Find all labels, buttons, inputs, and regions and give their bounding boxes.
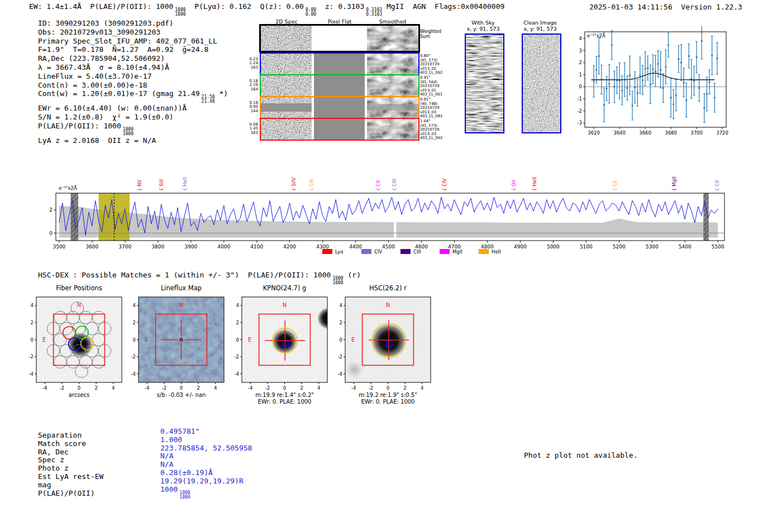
table-row-label: Photo z: [38, 464, 69, 472]
spec2d-noise-strip: [261, 75, 312, 96]
annotation-line: 402_LL_061: [420, 93, 447, 97]
data-point: [701, 40, 703, 42]
table-row-label: Est LyA rest-EW: [38, 472, 103, 481]
info-line: F=1.9" T=0.178 N̄=1.27 A=0.92 ḡ=24.8: [38, 45, 228, 54]
x-tick-label: -4: [351, 385, 356, 391]
info-line: ID: 3090291203 (3090291203.pdf): [38, 19, 228, 28]
stacked-fraction: 21.5021.48: [202, 95, 215, 104]
fraction-part: 1000: [123, 132, 133, 136]
data-point: [621, 89, 623, 91]
spec2d-row-annotations: 0.80"(91, 573)20210729v013_02402_LL_062: [420, 54, 447, 75]
data-point: [685, 99, 687, 101]
info-line: LineFlux = 5.40(±3.70)e-17: [38, 72, 228, 81]
value-text: N/A: [160, 452, 173, 460]
x-tick-label: 4400: [349, 244, 362, 250]
legend-item-label: CIII: [413, 249, 421, 255]
x-tick-label: 4200: [283, 244, 296, 250]
x-tick-label: 4300: [316, 244, 329, 250]
info-line: λ = 3667.43Å σ = 8.10(±4.94)Å: [38, 63, 228, 72]
x-tick-label: 4: [214, 385, 217, 391]
table-row: Photo zN/A: [38, 464, 103, 472]
cutout-panel-title: Fiber Positions: [56, 284, 102, 292]
data-point: [629, 74, 631, 76]
detection-info-block: ID: 3090291203 (3090291203.pdf)Obs: 2021…: [38, 19, 228, 145]
info-line: LyA z = 2.0168 OII z = N/A: [38, 136, 228, 145]
emission-line-label: { CII: [612, 180, 618, 191]
x-tick-label: 3660: [639, 130, 651, 136]
sky-image: [522, 33, 561, 133]
x-tick-label: 2: [197, 385, 199, 391]
data-point: [606, 88, 608, 89]
y-tick-label: 0: [236, 337, 239, 343]
info-line: Obs: 20210729v013_3090291203: [38, 28, 228, 37]
left-label-line: 164: [244, 88, 258, 92]
y-tick-label: 1: [579, 72, 582, 78]
table-row-label: RA, Dec: [38, 448, 69, 456]
y-tick-label: -2: [131, 354, 136, 360]
data-point: [660, 69, 661, 71]
x-tick-label: 3720: [716, 130, 728, 136]
lighten-rect: [523, 35, 560, 132]
data-point: [613, 86, 615, 88]
data-point: [709, 81, 711, 83]
data-point: [665, 66, 666, 68]
masked-band: [367, 104, 418, 111]
elixer-report-page: EW: 1.4±1.4Å P(LAE)/P(OII): 100010001000…: [0, 0, 782, 532]
north-label: N: [283, 302, 287, 308]
x-tick-label: -4: [42, 385, 47, 391]
y-tick-label: 4: [236, 303, 239, 308]
table-row-value: 100010001000: [160, 485, 190, 500]
data-point: [706, 93, 708, 95]
smoothed-strip: [367, 75, 418, 96]
spec2d-row: [260, 74, 419, 97]
table-row: Separation0.495781": [38, 431, 103, 439]
center-dot: [179, 338, 183, 342]
y-tick-label: -2: [235, 354, 239, 360]
table-row: Match score1.000: [38, 439, 103, 448]
y-tick-label: 3: [579, 48, 582, 54]
fraction-part: 1000: [175, 12, 185, 17]
text-segment: LyA z = 2.0168 OII z = N/A: [38, 136, 156, 145]
spec2d-row: [260, 118, 419, 141]
spec2d-row-image: [261, 54, 418, 74]
stacked-fraction: 10001000: [123, 127, 133, 136]
fraction-part: 0.3103: [366, 12, 382, 17]
spec2d-row: [260, 96, 419, 119]
x-tick-label: 3620: [588, 130, 600, 136]
data-point: [595, 69, 597, 71]
data-point: [657, 63, 659, 65]
value-text: 0.28(±0.19)Å: [160, 468, 213, 477]
data-point: [603, 104, 605, 106]
spec2d-row-left-labels: 0.180.00144: [244, 101, 258, 114]
y-tick-label: 0: [133, 337, 136, 343]
spec2d-row: [260, 52, 419, 75]
legend-swatch: [479, 249, 489, 254]
x-tick-label: 4: [421, 385, 423, 391]
text-segment: EWr = 6.10(±4.40) (w: 0.00(±nan))Å: [38, 104, 187, 112]
table-row: mag19.29(19.29,19.29)R: [38, 481, 103, 489]
cutout-panel: HSC(26.2) rNE-4-4-2-2002244m:19.2 re:1.9…: [326, 282, 446, 410]
x-tick-label: -4: [248, 385, 252, 391]
data-point: [639, 74, 641, 76]
fraction-part: 1000: [179, 495, 190, 500]
table-row-label: mag: [38, 481, 51, 489]
x-tick-label: 3640: [613, 130, 626, 136]
y-tick-label: 2: [236, 320, 239, 325]
stacked-fraction: 10001000: [179, 491, 190, 500]
x-tick-label: 0: [283, 385, 286, 391]
x-tick-label: 3700: [118, 244, 131, 250]
legend-item-label: Lyα: [335, 249, 344, 255]
catalog-match-table: Separation0.495781"Match score1.000RA, D…: [38, 431, 103, 497]
data-point: [642, 79, 643, 81]
data-point: [647, 67, 649, 69]
text-segment: (r): [344, 271, 361, 279]
line-fit-inset-plot: -3-2-101234362036403660368037003720e⁻¹⁷x…: [570, 26, 737, 141]
cutout-image: NE: [345, 297, 431, 382]
texture-rect: [466, 35, 503, 132]
data-point: [678, 58, 679, 60]
annotation-line: 402_LL_081: [420, 114, 447, 119]
text-segment: Primary Spec_Slot_IFU_AMP: 402_077_061_L…: [38, 37, 217, 45]
data-point: [593, 80, 595, 82]
data-point: [634, 87, 636, 88]
y-tick-label: -2: [578, 108, 582, 114]
